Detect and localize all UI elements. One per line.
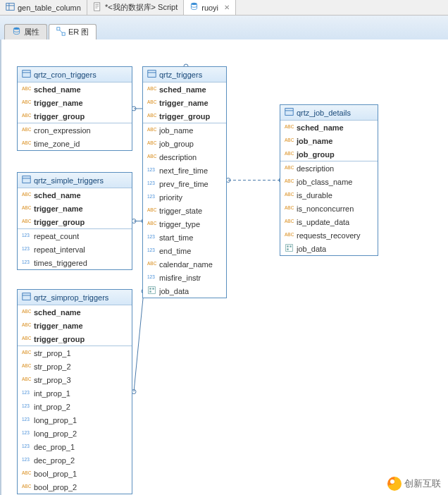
pk-column[interactable]: ABCjob_name: [280, 134, 378, 147]
column[interactable]: job_data: [143, 284, 226, 298]
pk-column[interactable]: ABCtrigger_name: [18, 202, 132, 215]
type-num-icon: 123: [22, 257, 31, 268]
column[interactable]: ABCis_update_data: [280, 215, 378, 228]
db-icon: [12, 27, 21, 37]
column[interactable]: ABCcalendar_name: [143, 257, 226, 271]
svg-rect-0: [6, 4, 14, 11]
column[interactable]: job_data: [280, 242, 378, 255]
entity-cron[interactable]: qrtz_cron_triggersABCsched_nameABCtrigge…: [17, 66, 132, 151]
pk-column[interactable]: ABCjob_group: [280, 147, 378, 161]
pk-column[interactable]: ABCsched_name: [18, 305, 132, 319]
svg-text:ABC: ABC: [22, 350, 31, 355]
sub-tab-label: 属性: [24, 27, 39, 37]
column[interactable]: ABCdescription: [143, 150, 226, 164]
svg-text:ABC: ABC: [22, 205, 31, 210]
pk-column[interactable]: ABCtrigger_group: [18, 332, 132, 346]
entity-header[interactable]: qrtz_simprop_triggers: [18, 290, 132, 305]
svg-text:123: 123: [147, 167, 155, 172]
column[interactable]: 123dec_prop_2: [18, 453, 132, 467]
column[interactable]: ABCstr_prop_1: [18, 346, 132, 360]
entity-header[interactable]: qrtz_cron_triggers: [18, 67, 132, 82]
entity-simple[interactable]: qrtz_simple_triggersABCsched_nameABCtrig…: [17, 172, 132, 270]
column[interactable]: ABCcron_expression: [18, 123, 132, 137]
column-name: prev_fire_time: [159, 180, 209, 188]
column[interactable]: ABCtrigger_type: [143, 217, 226, 231]
type-abc-icon: ABC: [147, 97, 156, 108]
column[interactable]: 123long_prop_2: [18, 427, 132, 440]
pk-column[interactable]: ABCsched_name: [18, 82, 132, 96]
top-tab-2[interactable]: ruoyi✕: [184, 0, 236, 15]
column[interactable]: 123prev_fire_time: [143, 177, 226, 190]
top-tab-0[interactable]: gen_table_column: [0, 0, 87, 15]
column[interactable]: ABCjob_name: [143, 123, 226, 137]
column[interactable]: ABCbool_prop_2: [18, 480, 132, 494]
pk-column[interactable]: ABCsched_name: [18, 188, 132, 202]
column[interactable]: ABCjob_group: [143, 137, 226, 150]
column[interactable]: 123repeat_count: [18, 229, 132, 243]
column[interactable]: ABCbool_prop_1: [18, 467, 132, 480]
type-abc-icon: ABC: [285, 203, 294, 214]
column[interactable]: ABCis_durable: [280, 188, 378, 202]
svg-text:ABC: ABC: [147, 113, 156, 118]
column-name: cron_expression: [34, 126, 91, 135]
pk-column[interactable]: ABCtrigger_name: [18, 319, 132, 332]
close-icon[interactable]: ✕: [224, 4, 230, 11]
entity-header[interactable]: qrtz_simple_triggers: [18, 173, 132, 188]
column[interactable]: ABCstr_prop_3: [18, 373, 132, 386]
tab-label: ruoyi: [201, 4, 218, 12]
column[interactable]: 123dec_prop_1: [18, 440, 132, 453]
column[interactable]: ABCrequests_recovery: [280, 228, 378, 242]
pk-column[interactable]: ABCsched_name: [143, 82, 226, 96]
column-name: int_prop_1: [34, 389, 70, 398]
column[interactable]: 123int_prop_2: [18, 400, 132, 413]
pk-column[interactable]: ABCtrigger_name: [18, 96, 132, 109]
type-abc-icon: ABC: [22, 334, 31, 344]
column[interactable]: ABCjob_class_name: [280, 175, 378, 188]
entity-header[interactable]: qrtz_job_details: [280, 105, 378, 121]
column-name: long_prop_2: [34, 429, 77, 438]
column[interactable]: 123next_fire_time: [143, 164, 226, 177]
column-name: job_data: [297, 245, 326, 253]
column[interactable]: ABCstr_prop_2: [18, 360, 132, 373]
column[interactable]: 123end_time: [143, 244, 226, 257]
pk-column[interactable]: ABCtrigger_group: [18, 215, 132, 228]
column-name: is_nonconcurren: [297, 204, 354, 213]
svg-text:ABC: ABC: [22, 140, 31, 145]
sub-tab-0[interactable]: 属性: [4, 24, 47, 39]
entity-title: qrtz_job_details: [297, 109, 351, 117]
column[interactable]: ABCtrigger_state: [143, 204, 226, 217]
type-abc-icon: ABC: [285, 149, 294, 159]
column[interactable]: 123int_prop_1: [18, 386, 132, 400]
svg-rect-83: [287, 248, 288, 250]
column[interactable]: 123start_time: [143, 231, 226, 244]
entity-triggers[interactable]: qrtz_triggersABCsched_nameABCtrigger_nam…: [142, 66, 227, 298]
entity-jobdetails[interactable]: qrtz_job_detailsABCsched_nameABCjob_name…: [280, 104, 378, 256]
column-name: bool_prop_2: [34, 483, 77, 491]
top-tab-1[interactable]: *<我的数据库> Script: [87, 0, 184, 15]
svg-text:ABC: ABC: [147, 261, 156, 266]
sub-tab-1[interactable]: ER 图: [49, 24, 97, 39]
svg-text:ABC: ABC: [285, 232, 294, 237]
svg-point-5: [13, 28, 19, 30]
type-num-icon: 123: [22, 231, 31, 241]
pk-column[interactable]: ABCsched_name: [280, 121, 378, 134]
type-num-icon: 123: [147, 272, 156, 283]
column-name: description: [159, 153, 197, 161]
column[interactable]: ABCdescription: [280, 161, 378, 175]
column[interactable]: ABCtime_zone_id: [18, 137, 132, 150]
svg-text:ABC: ABC: [22, 127, 31, 132]
pk-column[interactable]: ABCtrigger_group: [143, 109, 226, 123]
column[interactable]: 123repeat_interval: [18, 243, 132, 256]
er-canvas[interactable]: qrtz_cron_triggersABCsched_nameABCtrigge…: [0, 39, 448, 495]
column[interactable]: 123times_triggered: [18, 256, 132, 269]
entity-simprop[interactable]: qrtz_simprop_triggersABCsched_nameABCtri…: [17, 289, 132, 494]
column[interactable]: 123priority: [143, 190, 226, 204]
pk-column[interactable]: ABCtrigger_name: [143, 96, 226, 109]
column[interactable]: 123misfire_instr: [143, 271, 226, 284]
svg-rect-24: [23, 176, 30, 183]
entity-icon: [22, 292, 31, 302]
column[interactable]: ABCis_nonconcurren: [280, 202, 378, 215]
pk-column[interactable]: ABCtrigger_group: [18, 109, 132, 123]
entity-header[interactable]: qrtz_triggers: [143, 67, 226, 82]
column[interactable]: 123long_prop_1: [18, 413, 132, 427]
